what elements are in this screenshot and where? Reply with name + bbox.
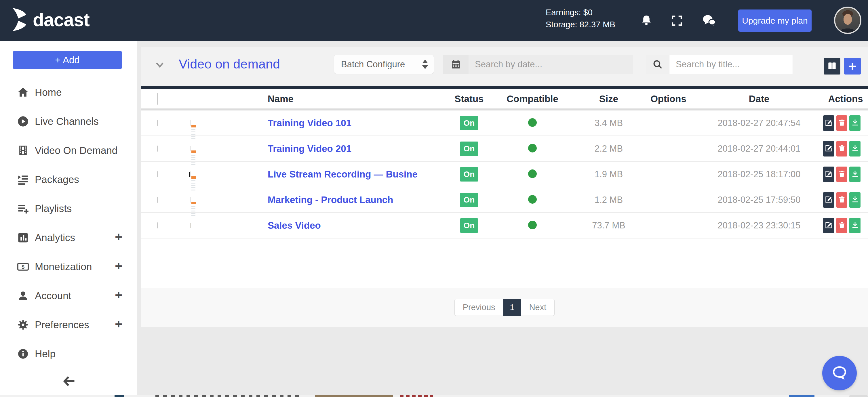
download-video-button[interactable]: [849, 218, 861, 233]
info-icon: [17, 347, 30, 360]
search-icon: [646, 55, 669, 74]
logo-wordmark: dacast: [33, 9, 90, 31]
edit-video-button[interactable]: [823, 167, 834, 182]
row-checkbox[interactable]: [157, 171, 158, 177]
expand-plus-icon[interactable]: +: [115, 318, 122, 331]
edit-video-button[interactable]: [823, 192, 834, 208]
table-row: Live Stream Recording — BusineOn1.9 MB20…: [141, 162, 868, 187]
expand-plus-icon[interactable]: +: [115, 289, 122, 301]
video-thumbnail[interactable]: [190, 120, 190, 126]
sidebar-item-home[interactable]: Home: [0, 78, 137, 107]
video-thumbnail[interactable]: [190, 197, 190, 202]
chat-messages-icon[interactable]: [701, 13, 717, 29]
fullscreen-icon[interactable]: [669, 13, 685, 29]
gear-icon: [17, 318, 30, 331]
table-row: Marketing - Product LaunchOn1.2 MB2018-0…: [141, 187, 868, 213]
sidebar-item-analytics[interactable]: Analytics+: [0, 223, 137, 252]
table-header: NameStatusCompatibleSizeOptionsDateActio…: [141, 89, 868, 110]
delete-video-button[interactable]: [836, 192, 847, 208]
live-chat-fab[interactable]: [822, 356, 857, 390]
row-checkbox[interactable]: [157, 120, 158, 126]
expand-plus-icon[interactable]: +: [115, 260, 122, 272]
sidebar-item-account[interactable]: Account+: [0, 281, 137, 310]
compatible-dot: [528, 169, 537, 178]
edit-video-button[interactable]: [823, 115, 834, 131]
toggle-columns-button[interactable]: [824, 58, 840, 74]
video-title-link[interactable]: Training Video 101: [245, 118, 449, 129]
download-video-button[interactable]: [849, 167, 861, 182]
batch-configure-value: Batch Configure: [341, 59, 422, 70]
user-avatar[interactable]: [834, 7, 861, 34]
row-status-cell: On: [449, 116, 489, 130]
current-page-button[interactable]: 1: [503, 299, 521, 316]
edit-video-button[interactable]: [823, 141, 834, 157]
sidebar-item-monetization[interactable]: $Monetization+: [0, 252, 137, 281]
sidebar-item-video-on-demand[interactable]: Video On Demand: [0, 136, 137, 165]
delete-video-button[interactable]: [836, 218, 847, 233]
status-badge[interactable]: On: [460, 167, 478, 181]
row-checkbox[interactable]: [157, 197, 158, 203]
row-size-cell: 73.7 MB: [576, 220, 642, 231]
playlist-add-icon: [17, 202, 30, 215]
status-badge[interactable]: On: [460, 116, 478, 130]
video-title-link[interactable]: Sales Video: [245, 220, 449, 231]
chevron-down-icon[interactable]: [155, 60, 165, 71]
search-by-date-input[interactable]: [468, 55, 633, 74]
video-title-link[interactable]: Training Video 201: [245, 143, 449, 154]
download-video-button[interactable]: [849, 115, 861, 131]
notifications-bell-icon[interactable]: [638, 13, 654, 29]
page-title: Video on demand: [179, 57, 280, 72]
search-by-title-input[interactable]: [669, 55, 793, 74]
download-video-button[interactable]: [849, 141, 861, 157]
video-thumbnail[interactable]: [190, 146, 190, 151]
delete-video-button[interactable]: [836, 167, 847, 182]
row-checkbox-cell: [141, 121, 179, 126]
row-compatible-cell: [489, 221, 576, 230]
delete-video-button[interactable]: [836, 141, 847, 157]
status-badge[interactable]: On: [460, 141, 478, 156]
row-name-cell: Marketing - Product Launch: [245, 195, 449, 205]
expand-plus-icon[interactable]: +: [115, 231, 122, 243]
upgrade-plan-button[interactable]: Upgrade my plan: [738, 9, 812, 32]
video-thumbnail[interactable]: [190, 223, 190, 228]
add-video-button[interactable]: +: [844, 58, 861, 74]
row-size-cell: 2.2 MB: [576, 143, 642, 154]
collapse-sidebar-button[interactable]: [0, 372, 137, 391]
video-thumbnail[interactable]: [190, 171, 190, 177]
sidebar-item-label: Live Channels: [35, 115, 99, 127]
sidebar-item-preferences[interactable]: Preferences+: [0, 310, 137, 339]
sidebar-item-packages[interactable]: Packages: [0, 165, 137, 194]
row-size-cell: 3.4 MB: [576, 118, 642, 128]
earnings-text: Earnings: $0: [546, 6, 615, 19]
edit-icon: [824, 144, 833, 153]
table-row: Training Video 201On2.2 MB2018-02-27 20:…: [141, 136, 868, 162]
status-badge[interactable]: On: [460, 218, 478, 233]
row-checkbox[interactable]: [157, 145, 158, 152]
row-actions-cell: [823, 192, 868, 208]
row-checkbox-cell: [141, 197, 179, 202]
add-button[interactable]: + Add: [13, 51, 122, 69]
batch-configure-select[interactable]: Batch Configure: [334, 55, 434, 74]
chat-bubble-icon: [831, 364, 848, 383]
edit-video-button[interactable]: [823, 218, 834, 233]
next-page-button[interactable]: Next: [521, 299, 555, 316]
film-icon: [17, 144, 30, 157]
column-compatible: Compatible: [489, 94, 576, 104]
row-checkbox[interactable]: [157, 222, 158, 228]
status-badge[interactable]: On: [460, 193, 478, 207]
sidebar-item-playlists[interactable]: Playlists: [0, 194, 137, 223]
row-checkbox-cell: [141, 172, 179, 177]
dacast-logo[interactable]: dacast: [12, 8, 90, 31]
download-video-button[interactable]: [849, 192, 861, 208]
pagination-bar: Previous 1 Next: [141, 288, 868, 327]
delete-video-button[interactable]: [836, 115, 847, 131]
sidebar-item-live-channels[interactable]: Live Channels: [0, 107, 137, 136]
video-title-link[interactable]: Live Stream Recording — Busine: [245, 169, 449, 180]
row-compatible-cell: [489, 118, 576, 128]
video-title-link[interactable]: Marketing - Product Launch: [245, 195, 449, 205]
previous-page-button[interactable]: Previous: [455, 299, 503, 316]
row-thumb-cell: [179, 172, 245, 177]
row-date-cell: 2018-02-27 20:47:54: [695, 118, 823, 128]
sidebar-item-help[interactable]: Help: [0, 339, 137, 368]
select-all-checkbox[interactable]: [157, 93, 158, 105]
